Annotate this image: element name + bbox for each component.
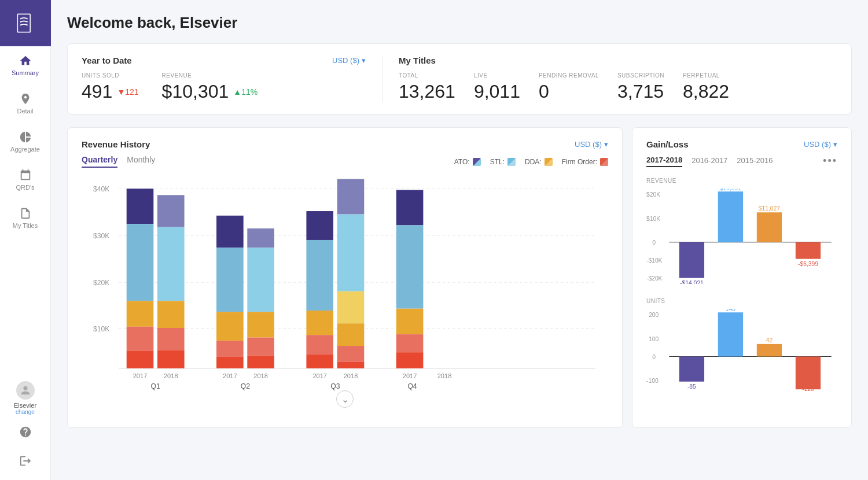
sidebar-user[interactable]: Elsevier change xyxy=(9,375,41,418)
sidebar-item-qrds[interactable]: QRD's xyxy=(0,161,50,199)
bar-q1-2017-red xyxy=(127,351,154,368)
gl-rev-bar-1 xyxy=(679,242,704,278)
sidebar-item-label: My Titles xyxy=(13,222,38,229)
gl-year-tabs: 2017-2018 2016-2017 2015-2016 ••• xyxy=(646,155,837,167)
pending-label: PENDING REMOVAL xyxy=(539,72,599,79)
gl-title: Gain/Loss xyxy=(646,139,689,149)
home-icon xyxy=(19,54,32,67)
more-icon[interactable]: ••• xyxy=(823,155,837,167)
bar-q2-2017-blue xyxy=(216,248,244,312)
bar-q2-2018-purple xyxy=(247,228,274,248)
tab-2015-2016[interactable]: 2015-2016 xyxy=(737,156,773,167)
gl-units-bar-2 xyxy=(718,312,743,356)
svg-text:$11,027: $11,027 xyxy=(759,205,780,212)
charts-row: Revenue History USD ($) ▾ Quarterly Mont… xyxy=(67,127,852,428)
svg-text:2017: 2017 xyxy=(403,372,417,379)
currency-selector[interactable]: USD ($) ▾ xyxy=(332,56,366,65)
tab-2017-2018[interactable]: 2017-2018 xyxy=(646,156,682,167)
sidebar-logo xyxy=(0,0,51,46)
revenue-bar-chart: $40K $30K $20K $10K 2017 xyxy=(82,176,608,381)
legend-firm: Firm Order: xyxy=(562,158,608,166)
total-metric: TOTAL 13,261 xyxy=(399,72,455,102)
gl-rev-bar-4 xyxy=(796,242,821,259)
firm-label: Firm Order: xyxy=(562,158,597,166)
sidebar-item-mytitles[interactable]: My Titles xyxy=(0,199,50,237)
stl-label: STL: xyxy=(490,158,505,166)
avatar xyxy=(16,381,35,400)
metrics-row: UNITS SOLD 491 ▼121 REVENUE $10,301 ▲11% xyxy=(82,72,366,102)
svg-text:$30K: $30K xyxy=(93,232,109,240)
svg-text:2017: 2017 xyxy=(312,372,327,379)
summary-left: Year to Date USD ($) ▾ UNITS SOLD 491 ▼1… xyxy=(82,56,382,102)
user-avatar-icon xyxy=(20,385,31,396)
bar-q3-2018-purple xyxy=(337,179,365,215)
svg-text:Q4: Q4 xyxy=(407,382,417,390)
bar-q1-2018-salmon xyxy=(157,328,185,350)
units-sold-value: 491 ▼121 xyxy=(82,81,139,102)
revenue-change: ▲11% xyxy=(233,87,258,97)
expand-button[interactable]: ⌄ xyxy=(82,390,608,408)
summary-card: Year to Date USD ($) ▾ UNITS SOLD 491 ▼1… xyxy=(67,43,852,115)
sidebar-user-name: Elsevier xyxy=(14,402,36,409)
sidebar-item-label: Detail xyxy=(17,108,33,115)
svg-text:2018: 2018 xyxy=(253,372,268,379)
revenue-label: REVENUE xyxy=(162,72,258,79)
svg-text:200: 200 xyxy=(649,312,659,318)
sidebar-change-link[interactable]: change xyxy=(16,409,35,415)
bar-q1-2018-purple xyxy=(157,195,185,227)
bar-q3-2017-purple xyxy=(306,211,333,240)
page-title: Welcome back, Elsevier xyxy=(67,14,852,32)
gl-revenue-chart: $20K $10K 0 -$10K -$20K -$14,021 $19,391 xyxy=(646,189,837,284)
svg-text:Q3: Q3 xyxy=(330,382,340,390)
svg-text:148: 148 xyxy=(726,309,735,312)
dda-swatch xyxy=(545,158,553,166)
bar-q2-2017-orange xyxy=(216,312,244,341)
live-label: LIVE xyxy=(474,72,520,79)
titles-header: My Titles xyxy=(399,56,837,65)
svg-text:$10K: $10K xyxy=(93,325,109,333)
bar-q4-2017-blue xyxy=(396,225,424,308)
svg-text:-100: -100 xyxy=(646,378,659,384)
sidebar-item-aggregate[interactable]: Aggregate xyxy=(0,123,50,161)
sidebar-item-detail[interactable]: Detail xyxy=(0,84,50,123)
units-sold-metric: UNITS SOLD 491 ▼121 xyxy=(82,72,139,102)
svg-text:2018: 2018 xyxy=(164,372,178,379)
legend-stl: STL: xyxy=(490,158,516,166)
tab-monthly[interactable]: Monthly xyxy=(127,155,155,168)
svg-text:-120: -120 xyxy=(802,386,814,392)
svg-text:Q1: Q1 xyxy=(151,382,160,390)
revenue-chart-card: Revenue History USD ($) ▾ Quarterly Mont… xyxy=(67,127,623,428)
bar-q4-2017-red xyxy=(396,352,424,368)
sidebar-help[interactable] xyxy=(0,418,50,446)
dda-label: DDA: xyxy=(525,158,542,166)
legend-row: ATO: STL: DDA: Firm Order: xyxy=(454,158,608,166)
svg-text:2018: 2018 xyxy=(437,372,452,379)
revenue-currency-selector[interactable]: USD ($) ▾ xyxy=(575,140,608,149)
svg-text:$20K: $20K xyxy=(93,279,109,287)
gl-units-bar-3 xyxy=(757,344,782,357)
logout-icon xyxy=(19,455,32,467)
svg-text:-85: -85 xyxy=(687,383,696,390)
bar-q1-2017-salmon xyxy=(127,327,154,351)
gl-units-chart: 200 100 0 -100 -85 148 42 xyxy=(646,309,837,392)
svg-text:-$20K: -$20K xyxy=(646,275,663,282)
live-value: 9,011 xyxy=(474,81,520,102)
sidebar-item-summary[interactable]: Summary xyxy=(0,46,50,84)
tab-quarterly[interactable]: Quarterly xyxy=(82,155,117,168)
gl-currency-selector[interactable]: USD ($) ▾ xyxy=(804,140,837,149)
bar-q3-2018-red xyxy=(337,362,365,368)
svg-text:$19,391: $19,391 xyxy=(720,189,741,191)
book-icon xyxy=(13,10,38,36)
svg-text:$20K: $20K xyxy=(646,191,660,198)
bar-q1-2017-purple xyxy=(127,189,154,224)
bar-q2-2017-red xyxy=(216,357,244,368)
summary-right: My Titles TOTAL 13,261 LIVE 9,011 PENDIN… xyxy=(399,56,837,102)
bar-q3-2018-orange xyxy=(337,323,365,346)
svg-text:2017: 2017 xyxy=(223,372,237,379)
svg-text:0: 0 xyxy=(652,354,656,360)
tab-2016-2017[interactable]: 2016-2017 xyxy=(692,156,727,167)
units-sold-label: UNITS SOLD xyxy=(82,72,139,79)
live-metric: LIVE 9,011 xyxy=(474,72,520,102)
sidebar-logout[interactable] xyxy=(0,446,50,475)
ytd-title: Year to Date xyxy=(82,56,132,65)
